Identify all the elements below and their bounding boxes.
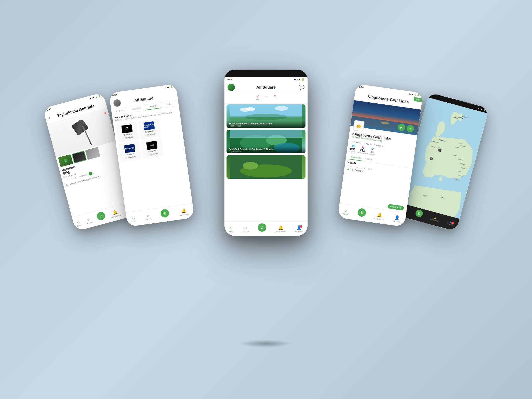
brand-golfing-world[interactable]: GW Golfing Worl... FOLLOWING	[141, 138, 164, 159]
nav-notifications[interactable]: 🔔 Notifications	[374, 212, 385, 221]
notch-bar	[224, 70, 308, 77]
svg-point-6	[275, 106, 288, 111]
nav-search[interactable]: ⌕ Search	[85, 216, 92, 225]
status-icons: ●●● ▲ 🔋	[294, 78, 304, 81]
following-badge-4[interactable]: FOLLOWING	[147, 152, 159, 156]
following-label: Following	[354, 141, 362, 144]
status-icons: ●●● 🔋	[165, 85, 173, 89]
bottom-nav-pages: ⌂ Feed ⌕ Search ⊕ 🔔 Notifications	[126, 203, 195, 227]
reviewed-checkmark: ✓	[374, 144, 375, 146]
course-logo: 👑	[353, 120, 364, 132]
bell-icon: 🔔	[377, 212, 382, 218]
nav-requests[interactable]: 👤 Requests 7	[295, 225, 303, 232]
svg-point-5	[246, 107, 255, 111]
tab-location[interactable]: 📍	[273, 95, 276, 100]
review-count: (0)	[75, 176, 77, 179]
nav-checkin[interactable]: ⊕	[96, 213, 106, 221]
player-count: 1	[92, 172, 94, 174]
card-image-1: Best Ocean-view Golf Courses in Conti...…	[227, 104, 305, 128]
rating-value: 4.9 • Fabulous	[350, 168, 363, 172]
brand-golf-digest[interactable]: G Golf Digest FOLLOWING	[116, 122, 139, 142]
bell-icon: 🔔	[112, 209, 118, 215]
played-checkmark: ✓	[363, 142, 365, 145]
tab-messages[interactable]: ✉	[265, 95, 267, 100]
nav-search[interactable]: ⌕ Search	[342, 208, 349, 215]
book-now-button[interactable]: BOOK NOW	[387, 204, 404, 211]
following-badge-2[interactable]: FOLLOWING	[144, 132, 156, 137]
star-3[interactable]: ★	[68, 178, 70, 181]
time-display: 5:00	[359, 85, 364, 89]
nav-checkin[interactable]: ⊕	[357, 210, 366, 217]
map-nav-checkin[interactable]: ⊕	[415, 211, 423, 218]
card-title-2: Best Golf Resorts in Caribbean & Berm...	[229, 148, 303, 150]
person-icon: 👤	[394, 215, 400, 221]
map-nav-notifications[interactable]: 🔔 Notifications	[430, 216, 439, 222]
svg-rect-3	[230, 112, 302, 117]
cards-container: Best Ocean-view Golf Courses in Conti...…	[224, 102, 308, 228]
bell-icon: 🔔	[278, 225, 283, 230]
nav-search[interactable]: ⌕ Search	[145, 213, 152, 221]
card-subtitle-1: 49 golf courses	[229, 125, 303, 127]
brand-european-tour[interactable]: EUROPEAN TOUR European To... FOLLOWING	[138, 118, 161, 139]
reviewed-stat[interactable]: ✓ Reviewed	[374, 144, 384, 147]
back-arrow-icon[interactable]: ‹	[48, 115, 51, 121]
following-stat[interactable]: ✓ Following	[351, 141, 362, 144]
nav-feed[interactable]: ⌂ Feed	[76, 219, 81, 227]
britain-rank: 🇬🇧 #11 Britain & Ireland	[356, 145, 368, 155]
home-icon: ⌂	[76, 220, 80, 225]
nav-checkin[interactable]: ⊕	[258, 226, 266, 232]
search-icon: ⌕	[147, 213, 150, 218]
star-1[interactable]: ★	[64, 179, 66, 182]
checkin-icon: ⊕	[96, 211, 106, 221]
the-open-logo: THE OPEN	[124, 144, 136, 153]
status-bar-center: 6:03 ●●● ▲ 🔋	[224, 77, 308, 82]
nav-notifications[interactable]: 🔔 Notifications	[276, 225, 286, 232]
golfing-world-logo: GW	[146, 141, 158, 150]
following-badge-1[interactable]: FOLLOWING	[122, 136, 134, 140]
following-badge-3[interactable]: FOLLOWING	[125, 155, 137, 159]
favorite-icon[interactable]: ♥	[104, 111, 107, 116]
svg-point-14	[243, 162, 258, 170]
nav-checkin[interactable]: ⊕	[161, 211, 170, 218]
golf-club-image	[70, 117, 93, 149]
home-icon: ⌂	[230, 225, 232, 230]
nav-search[interactable]: ⌕ Search	[243, 225, 249, 232]
player-avatar	[88, 171, 92, 176]
nav-requests[interactable]: 👤 Requests	[393, 215, 401, 223]
card-tropical[interactable]	[227, 155, 305, 179]
phones-container: 6:35 ●●● ▲ 🔋 ‹ TaylorMade Golf SIM ♥	[84, 57, 448, 342]
card-caribbean[interactable]: Best Golf Resorts in Caribbean & Berm...…	[227, 130, 305, 153]
star-4[interactable]: ★	[70, 177, 72, 180]
nav-feed[interactable]: ⌂ Feed	[229, 225, 233, 232]
center-screen: 6:03 ●●● ▲ 🔋 All Square 💬 📈 ✉ 📍	[224, 77, 308, 236]
golf-digest-logo: G	[121, 124, 133, 134]
checkin-icon: ⊕	[160, 209, 169, 218]
star-2[interactable]: ★	[66, 179, 68, 181]
bell-icon: 🔔	[181, 208, 187, 214]
post-button[interactable]: Post	[413, 97, 422, 102]
star-5[interactable]: ★	[72, 177, 74, 179]
center-header: All Square 💬	[224, 82, 308, 93]
phone-center: 6:03 ●●● ▲ 🔋 All Square 💬 📈 ✉ 📍	[224, 70, 308, 236]
play-button[interactable]: ▶	[63, 158, 68, 163]
notch	[250, 71, 282, 76]
scotland-rank: 🏴󠁧󠁢󠁳󠁣󠁴󠁿 #5 Scotland	[369, 147, 376, 156]
tab-trending[interactable]: 📈	[256, 95, 259, 100]
card-ocean-view[interactable]: Best Ocean-view Golf Courses in Conti...…	[227, 104, 305, 128]
nav-feed[interactable]: ⌂ Feed	[131, 215, 136, 223]
header-title: All Square	[256, 85, 276, 89]
world-rank-label: World	[350, 151, 355, 153]
checkin-icon: ⊕	[357, 208, 367, 217]
nav-notifications[interactable]: 🔔 Notifications	[110, 209, 121, 218]
message-icon[interactable]: 💬	[299, 84, 304, 90]
card-image-3	[227, 155, 305, 179]
nav-notifications[interactable]: 🔔 Notifications	[178, 208, 189, 216]
brand-the-open[interactable]: THE OPEN The Open FOLLOWING	[119, 141, 142, 162]
map-nav-requests[interactable]: 👤 Requests 7	[447, 220, 454, 226]
phone-shadow	[240, 340, 292, 348]
header-title: All Square	[134, 96, 154, 103]
played-stat[interactable]: ✓ Played	[363, 142, 372, 145]
search-icon: ⌕	[87, 217, 90, 222]
brand-name-european-tour: European To...	[145, 130, 155, 133]
brand-name-golfing-world: Golfing Worl...	[148, 150, 158, 152]
